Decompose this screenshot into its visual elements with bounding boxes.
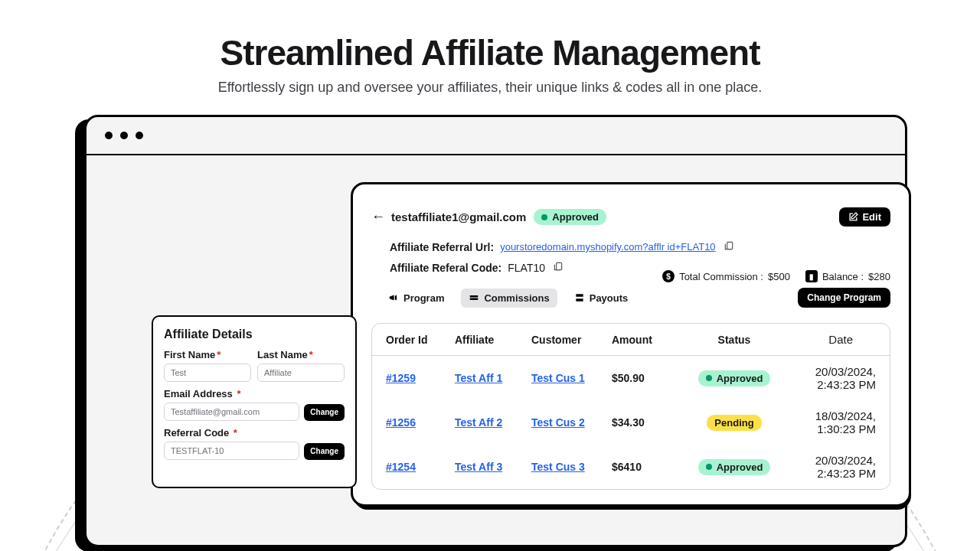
megaphone-icon <box>388 292 399 303</box>
table-row: #1256Test Aff 2Test Cus 2$34.30Pending18… <box>372 400 890 445</box>
th-customer: Customer <box>531 334 612 346</box>
first-name-label: First Name* <box>164 349 251 360</box>
edit-icon <box>848 212 858 222</box>
amount-cell: $50.90 <box>612 372 688 384</box>
customer-link[interactable]: Test Cus 1 <box>531 372 612 384</box>
amount-cell: $34.30 <box>612 416 688 429</box>
table-row: #1259Test Aff 1Test Cus 1$50.90Approved2… <box>372 356 890 400</box>
email-input[interactable] <box>164 403 299 421</box>
tab-payouts[interactable]: Payouts <box>567 289 636 308</box>
hero-title: Streamlined Affiliate Management <box>0 32 980 73</box>
back-arrow-icon[interactable]: ← <box>371 209 385 225</box>
change-email-button[interactable]: Change <box>304 404 345 421</box>
date-cell: 20/03/2024, 2:43:23 PM <box>780 365 876 391</box>
total-commission: $ Total Commission : $500 <box>662 270 790 282</box>
affiliate-details-card: Affiliate Details First Name* Last Name*… <box>152 315 357 488</box>
order-link[interactable]: #1256 <box>386 416 455 429</box>
change-program-button[interactable]: Change Program <box>798 288 890 308</box>
balance: ▮ Balance : $280 <box>805 270 890 282</box>
referral-url-link[interactable]: yourstoredomain.myshopify.com?afflr id+F… <box>500 241 715 253</box>
affiliate-email: testaffiliate1@gmail.com <box>391 210 526 223</box>
wallet-icon: ▮ <box>805 270 818 282</box>
customer-link[interactable]: Test Cus 2 <box>531 416 612 429</box>
edit-button[interactable]: Edit <box>839 207 890 227</box>
commissions-table: Order Id Affiliate Customer Amount Statu… <box>371 323 890 490</box>
status-cell: Approved <box>688 459 780 475</box>
svg-rect-1 <box>557 262 562 269</box>
affiliate-link[interactable]: Test Aff 2 <box>455 416 531 429</box>
referral-code-label: Affiliate Referal Code: <box>390 262 501 274</box>
tab-program[interactable]: Program <box>381 289 452 308</box>
svg-rect-0 <box>727 242 732 249</box>
order-link[interactable]: #1254 <box>386 461 455 473</box>
th-amount: Amount <box>612 334 688 346</box>
status-cell: Approved <box>688 370 780 386</box>
order-link[interactable]: #1259 <box>386 372 455 384</box>
change-referral-button[interactable]: Change <box>304 443 345 460</box>
date-cell: 20/03/2024, 2:43:23 PM <box>780 454 876 480</box>
referral-code-value: FLAT10 <box>508 262 545 274</box>
status-cell: Pending <box>688 415 780 431</box>
last-name-input[interactable] <box>257 364 345 382</box>
th-date: Date <box>780 333 876 346</box>
copy-code-icon[interactable] <box>553 261 564 274</box>
affiliate-link[interactable]: Test Aff 3 <box>455 461 531 473</box>
payouts-icon <box>574 292 585 303</box>
copy-url-icon[interactable] <box>724 240 734 253</box>
commissions-icon <box>469 292 479 303</box>
status-badge: Approved <box>534 209 606 225</box>
th-status: Status <box>688 334 780 346</box>
referral-code-label: Referral Code * <box>164 427 299 439</box>
th-order: Order Id <box>386 334 455 346</box>
referral-code-input[interactable] <box>164 442 299 460</box>
details-title: Affiliate Details <box>164 328 345 341</box>
date-cell: 18/03/2024, 1:30:23 PM <box>780 409 876 435</box>
referral-url-label: Affiliate Referral Url: <box>390 241 494 253</box>
customer-link[interactable]: Test Cus 3 <box>531 461 612 473</box>
th-affiliate: Affiliate <box>455 334 531 346</box>
email-label: Email Address * <box>164 388 299 399</box>
affiliate-card: ← testaffiliate1@gmail.com Approved Edit… <box>351 182 911 507</box>
window-traffic-lights <box>87 117 905 155</box>
last-name-label: Last Name* <box>257 349 345 360</box>
amount-cell: $6410 <box>612 461 688 473</box>
first-name-input[interactable] <box>164 364 251 382</box>
table-row: #1254Test Aff 3Test Cus 3$6410Approved20… <box>372 445 890 489</box>
affiliate-link[interactable]: Test Aff 1 <box>455 372 531 384</box>
tab-commissions[interactable]: Commissions <box>461 289 557 308</box>
dollar-icon: $ <box>662 270 675 282</box>
hero-subtitle: Effortlessly sign up and oversee your af… <box>0 80 980 96</box>
